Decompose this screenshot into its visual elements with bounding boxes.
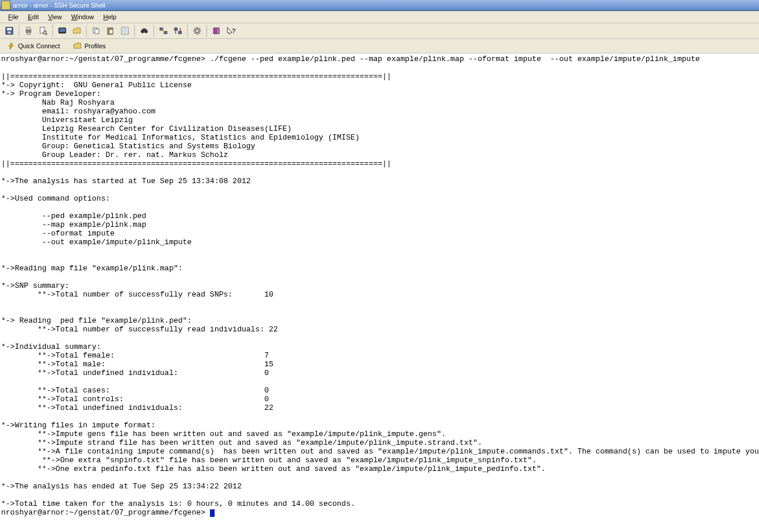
copy-button[interactable] xyxy=(89,24,103,38)
disconnect-button[interactable] xyxy=(171,24,185,38)
app-icon xyxy=(1,1,10,10)
separator xyxy=(154,25,154,37)
print-preview-icon xyxy=(38,26,48,35)
toolbar: ? xyxy=(0,23,759,39)
print-preview-button[interactable] xyxy=(36,24,50,38)
title-bar: arnor - arnor - SSH Secure Shell xyxy=(0,0,759,11)
save-icon xyxy=(5,26,14,35)
connect-icon xyxy=(159,26,168,35)
menu-help[interactable]: Help xyxy=(99,12,122,22)
svg-rect-15 xyxy=(109,30,113,34)
svg-rect-3 xyxy=(26,30,31,33)
separator xyxy=(86,25,87,37)
help-book-icon xyxy=(212,26,221,35)
menu-view[interactable]: View xyxy=(44,12,67,22)
paste-icon xyxy=(106,26,115,35)
gear-icon xyxy=(193,26,202,35)
svg-rect-2 xyxy=(8,31,11,34)
menu-window[interactable]: Window xyxy=(66,12,98,22)
lightning-icon xyxy=(6,41,16,51)
svg-rect-17 xyxy=(123,28,127,33)
svg-rect-21 xyxy=(160,28,163,30)
folder-icon xyxy=(73,41,82,51)
svg-rect-23 xyxy=(174,28,177,30)
svg-rect-24 xyxy=(179,31,181,34)
connect-button[interactable] xyxy=(156,24,170,38)
svg-rect-14 xyxy=(109,27,112,29)
svg-point-26 xyxy=(196,30,198,32)
settings-button[interactable] xyxy=(190,24,204,38)
new-file-transfer-button[interactable] xyxy=(70,24,84,38)
separator xyxy=(134,25,135,37)
separator xyxy=(52,25,53,37)
help-button[interactable] xyxy=(209,24,223,38)
svg-line-8 xyxy=(46,34,47,35)
svg-text:?: ? xyxy=(232,28,236,34)
copy-icon xyxy=(91,26,101,35)
separator xyxy=(206,25,207,37)
whats-this-icon: ? xyxy=(226,26,236,35)
new-terminal-button[interactable] xyxy=(55,24,69,38)
quick-connect-button[interactable]: Quick Connect xyxy=(2,40,64,52)
quick-bar: Quick Connect Profiles xyxy=(0,39,759,53)
svg-rect-20 xyxy=(142,28,146,30)
select-all-button[interactable] xyxy=(118,24,132,38)
separator xyxy=(19,25,19,37)
context-help-button[interactable]: ? xyxy=(224,24,238,38)
svg-rect-6 xyxy=(40,27,45,33)
profiles-label: Profiles xyxy=(84,42,106,49)
quick-connect-label: Quick Connect xyxy=(18,42,60,49)
svg-rect-1 xyxy=(7,28,12,30)
print-button[interactable] xyxy=(22,24,35,38)
svg-rect-4 xyxy=(27,27,30,30)
terminal-text: nroshyar@arnor:~/genstat/07_programme/fc… xyxy=(1,55,759,517)
menu-bar: File Edit View Window Help xyxy=(0,11,759,23)
binoculars-icon xyxy=(140,26,149,35)
profiles-button[interactable]: Profiles xyxy=(69,40,110,52)
terminal-cursor xyxy=(210,509,215,517)
menu-file[interactable]: File xyxy=(3,12,23,22)
folder-transfer-icon xyxy=(72,26,81,35)
separator xyxy=(187,25,188,37)
svg-rect-22 xyxy=(164,31,167,34)
paste-button[interactable] xyxy=(104,24,117,38)
save-button[interactable] xyxy=(2,24,16,38)
window-title: arnor - arnor - SSH Secure Shell xyxy=(13,2,105,9)
select-all-icon xyxy=(120,26,130,35)
svg-rect-12 xyxy=(95,29,99,34)
svg-rect-10 xyxy=(59,28,65,32)
terminal-area[interactable]: nroshyar@arnor:~/genstat/07_programme/fc… xyxy=(0,53,759,518)
terminal-icon xyxy=(58,26,67,35)
disconnect-icon xyxy=(173,26,183,35)
find-button[interactable] xyxy=(137,24,151,38)
print-icon xyxy=(24,26,33,35)
menu-edit[interactable]: Edit xyxy=(23,12,44,22)
svg-rect-5 xyxy=(27,33,30,34)
